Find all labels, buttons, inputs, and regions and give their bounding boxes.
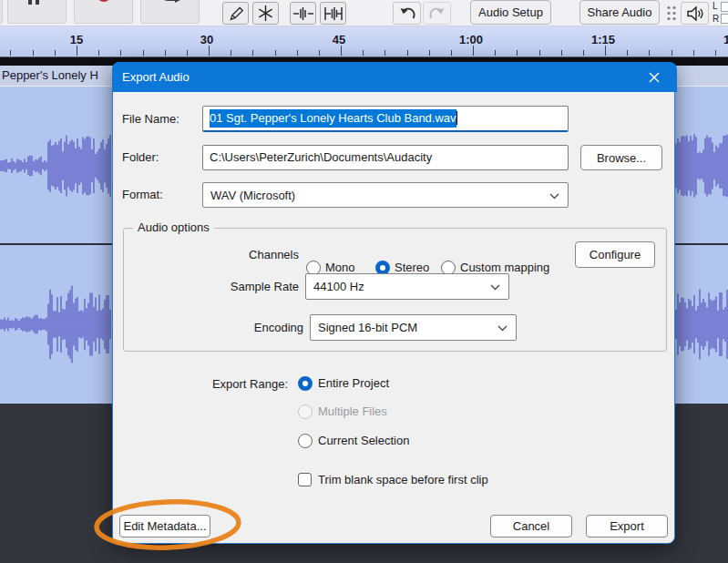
silence-selection-button[interactable]	[320, 2, 346, 25]
ruler-tick	[98, 50, 99, 56]
ruler-tick	[407, 50, 408, 56]
configure-button[interactable]: Configure	[575, 241, 655, 268]
ruler-tick	[252, 50, 253, 56]
ruler-tick	[143, 50, 144, 56]
ruler-tick	[120, 50, 121, 56]
main-toolbar: Audio Setup Share Audio L R	[0, 0, 728, 26]
ruler-tick	[385, 50, 385, 56]
multi-tool-button[interactable]	[252, 2, 279, 25]
ruler-time-label: 1:00	[451, 33, 491, 46]
ruler-tick	[561, 50, 562, 56]
audio-options-group: Audio options Channels Mono Stereo Custo…	[123, 228, 667, 352]
redo-button[interactable]	[423, 2, 451, 25]
sample-rate-dropdown[interactable]: 44100 Hz	[305, 273, 509, 300]
ruler-tick	[517, 50, 518, 56]
undo-icon	[398, 5, 416, 22]
pause-button[interactable]	[7, 0, 67, 24]
encoding-dropdown[interactable]: Signed 16-bit PCM	[310, 314, 517, 341]
sample-rate-value: 44100 Hz	[313, 280, 364, 293]
cancel-label: Cancel	[513, 519, 549, 533]
ruler-tick	[363, 50, 364, 56]
close-icon	[649, 72, 660, 83]
export-label: Export	[610, 519, 644, 533]
folder-value: C:\Users\PeterZurich\Documents\Audacity	[210, 150, 432, 164]
file-name-input[interactable]: 01 Sgt. Pepper's Lonely Hearts Club Band…	[202, 106, 569, 132]
entire-project-label: Entire Project	[318, 376, 389, 390]
ruler-tick	[55, 50, 56, 56]
waveform-svg	[0, 87, 112, 404]
draw-tool-button[interactable]	[222, 2, 249, 25]
close-button[interactable]	[639, 66, 670, 88]
ruler-time-label: 30	[187, 33, 227, 46]
trim-outside-selection-button[interactable]	[290, 2, 316, 25]
encoding-value: Signed 16-bit PCM	[318, 321, 417, 334]
ruler-tick	[429, 50, 430, 56]
ruler-tick	[715, 50, 716, 56]
timeline-ruler[interactable]: 1530451:001:151:30	[0, 26, 728, 56]
ruler-tick	[539, 50, 540, 56]
radio-current-selection[interactable]: Current Selection	[298, 431, 409, 450]
chevron-down-icon	[549, 193, 559, 200]
chevron-down-icon	[490, 284, 500, 291]
radio-circle	[298, 434, 313, 448]
dialog-title: Export Audio	[112, 70, 190, 84]
record-button[interactable]	[74, 0, 133, 24]
grip-icon[interactable]	[666, 5, 677, 21]
audio-setup-label: Audio Setup	[478, 5, 543, 19]
ruler-time-label: 15	[56, 33, 97, 46]
chevron-down-icon	[497, 325, 508, 332]
ruler-tick	[451, 50, 452, 56]
share-audio-label: Share Audio	[588, 5, 652, 19]
annotation-ellipse	[89, 496, 253, 559]
audio-setup-button[interactable]: Audio Setup	[470, 0, 551, 25]
current-selection-label: Current Selection	[318, 434, 409, 447]
radio-multiple-files: Multiple Files	[298, 402, 387, 421]
ruler-tick	[10, 50, 11, 56]
trim-blank-space-checkbox[interactable]: Trim blank space before first clip	[298, 470, 488, 489]
radio-custom-mapping-label: Custom mapping	[460, 261, 549, 274]
ruler-tick	[672, 50, 672, 56]
format-dropdown[interactable]: WAV (Microsoft)	[202, 182, 569, 208]
ruler-tick	[583, 50, 584, 56]
ruler-time-label: 1:30	[715, 33, 728, 46]
browse-label: Browse...	[597, 151, 646, 165]
cancel-button[interactable]: Cancel	[490, 515, 572, 537]
sample-rate-label: Sample Rate	[124, 280, 299, 293]
record-icon	[97, 0, 111, 2]
draw-tool-icon	[227, 5, 244, 22]
ruler-time-label: 1:15	[583, 33, 623, 46]
ruler-tick	[165, 50, 166, 56]
file-name-label: File Name:	[122, 112, 179, 126]
radio-stereo-label: Stereo	[395, 261, 429, 274]
radio-entire-project[interactable]: Entire Project	[298, 374, 389, 393]
ruler-tick	[341, 46, 342, 56]
file-name-value: 01 Sgt. Pepper's Lonely Hearts Club Band…	[210, 109, 456, 128]
channels-label: Channels	[124, 248, 299, 261]
playback-meter-button[interactable]	[681, 2, 709, 25]
ruler-tick	[297, 50, 298, 56]
export-button[interactable]: Export	[586, 515, 668, 537]
trim-outside-selection-icon	[293, 6, 313, 21]
ruler-tick	[473, 46, 474, 56]
ruler-time-label: 45	[319, 33, 359, 46]
ruler-tick	[605, 46, 606, 56]
meter-left-label: L	[713, 1, 718, 12]
undo-button[interactable]	[393, 2, 421, 25]
ruler-tick	[231, 50, 231, 56]
audio-options-group-label: Audio options	[133, 220, 214, 234]
multi-tool-icon	[257, 5, 274, 22]
ruler-tick	[77, 46, 77, 56]
share-audio-button[interactable]: Share Audio	[579, 0, 660, 25]
waveform-svg	[675, 87, 728, 404]
meter-right-label: R	[713, 14, 719, 25]
transport-button-partial[interactable]	[0, 0, 3, 24]
loop-icon	[159, 0, 181, 3]
clip-title-text: Pepper's Lonely H	[2, 68, 98, 82]
export-audio-dialog: Export Audio File Name: 01 Sgt. Pepper's…	[112, 62, 675, 544]
loop-button[interactable]	[140, 0, 200, 24]
pause-icon	[28, 0, 32, 5]
dialog-title-bar[interactable]: Export Audio	[112, 62, 677, 92]
ruler-tick	[627, 50, 628, 56]
folder-input[interactable]: C:\Users\PeterZurich\Documents\Audacity	[202, 145, 569, 170]
browse-button[interactable]: Browse...	[580, 145, 662, 170]
